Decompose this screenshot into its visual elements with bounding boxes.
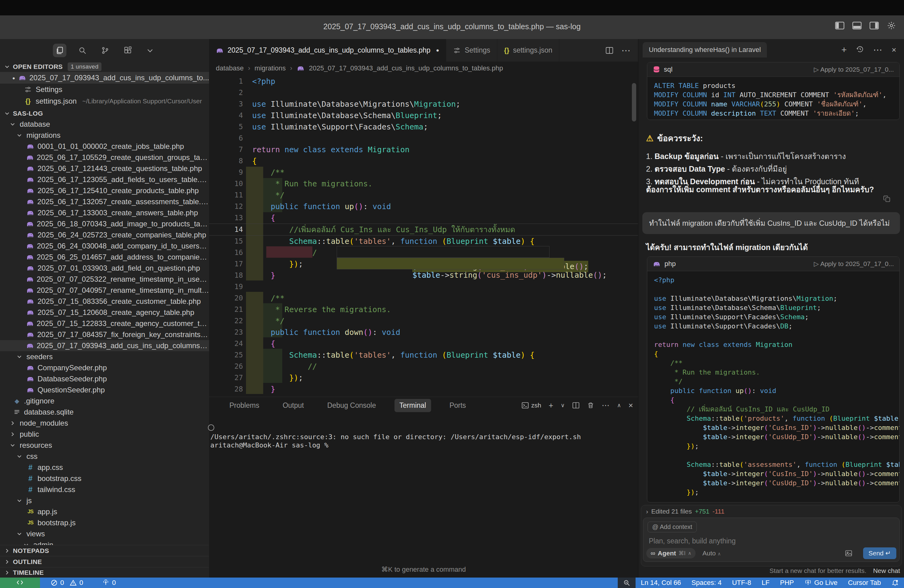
tree-item[interactable]: #app.css [0,462,209,473]
code-line[interactable]: 22 */ [209,315,638,327]
chat-tab[interactable]: Understanding whereHas() in Laravel [643,42,767,57]
tree-item[interactable]: QuestionSeeder.php [0,384,209,395]
toggle-panel-icon[interactable] [852,22,861,30]
tree-item[interactable]: 2025_06_17_105529_create_question_groups… [0,152,209,163]
tree-item[interactable]: seeders [0,351,209,362]
panel-tab-debug-console[interactable]: Debug Console [322,399,381,412]
tree-item[interactable]: public [0,429,209,440]
split-terminal-icon[interactable] [572,401,580,409]
tree-item[interactable]: 2025_06_17_125410_create_products_table.… [0,185,209,196]
code-line[interactable]: 15 Schema::table('tables', function (Blu… [209,236,638,247]
tree-item[interactable]: #bootstrap.css [0,473,209,484]
timeline-section[interactable]: TIMELINE [0,567,209,577]
code-editor[interactable]: database› migrations› 2025_07_17_093943_… [209,62,638,397]
maximize-panel-icon[interactable]: ∧ [617,402,621,409]
tree-item[interactable]: views [0,528,209,539]
project-root-header[interactable]: SAS-LOG [0,108,209,119]
new-terminal-icon[interactable]: + [548,401,553,410]
tab-settings[interactable]: Settings [446,39,497,62]
panel-tab-terminal[interactable]: Terminal [395,399,431,412]
tree-item[interactable]: DatabaseSeeder.php [0,373,209,384]
kill-terminal-trash-icon[interactable] [587,401,594,409]
notepads-section[interactable]: NOTEPADS [0,545,209,556]
notifications-bell-icon[interactable] [886,577,904,588]
code-line[interactable]: 28 } [209,384,638,395]
add-context-chip[interactable]: @ Add context [648,522,697,532]
terminal-dropdown-icon[interactable]: ∨ [561,402,564,409]
open-editor-item[interactable]: ●2025_07_17_093943_add_cus_ins_udp_colum… [0,72,209,84]
new-chat-link[interactable]: New chat [873,567,900,574]
indentation-status[interactable]: Spaces: 4 [686,577,727,588]
tree-item[interactable]: JSapp.js [0,506,209,517]
code-line[interactable]: 10 * Run the migrations. [209,178,638,190]
tree-item[interactable]: 2025_06_17_133003_create_answers_table.p… [0,207,209,218]
language-status[interactable]: PHP [775,577,799,588]
code-line[interactable]: 5use Illuminate\Support\Facades\Schema; [209,121,638,133]
zoom-status-icon[interactable] [618,577,635,588]
tree-item[interactable]: 2025_06_17_132057_create_assessments_tab… [0,196,209,207]
tree-item[interactable]: 2025_07_07_025322_rename_timestamp_in_us… [0,274,209,285]
tab-settings-json[interactable]: {} settings.json [497,39,559,62]
settings-gear-icon[interactable] [887,21,896,30]
tree-item[interactable]: 2025_07_15_083356_create_customer_table.… [0,296,209,307]
outline-section[interactable]: OUTLINE [0,556,209,567]
panel-tab-problems[interactable]: Problems [224,399,264,412]
code-line[interactable]: 1<?php [209,76,638,87]
agent-mode-selector[interactable]: ∞ Agent ⌘I ∧ [646,548,695,558]
tree-item[interactable]: 2025_06_18_070343_add_image_to_products_… [0,218,209,229]
apply-button[interactable]: ▷ Apply to 2025_07_17_0... [814,66,894,73]
send-button[interactable]: Send ↵ [863,547,897,559]
ports-status[interactable]: 0 [102,579,116,587]
tree-item[interactable]: 2025_06_17_121443_create_questions_table… [0,163,209,174]
search-icon[interactable] [76,44,89,57]
editor-more-actions-icon[interactable]: ⋯ [621,45,631,56]
tree-item[interactable]: JSbootstrap.js [0,517,209,528]
source-control-icon[interactable] [98,44,112,57]
code-line[interactable]: 8{ [209,155,638,167]
model-selector[interactable]: Auto ∧ [702,550,721,557]
code-line[interactable]: 9 /** [209,167,638,178]
cursor-tab-status[interactable]: Cursor Tab [843,577,886,588]
open-editors-header[interactable]: OPEN EDITORS 1 unsaved [0,62,209,72]
chat-close-icon[interactable]: × [892,46,896,54]
apply-button[interactable]: ▷ Apply to 2025_07_17_0... [814,260,894,267]
problems-status[interactable]: 0 0 [51,579,83,587]
tab-migration-file[interactable]: 2025_07_17_093943_add_cus_ins_udp_column… [209,39,446,62]
code-line[interactable]: 6 [209,133,638,144]
code-line[interactable]: 24 { [209,338,638,349]
tree-item[interactable]: CompanySeeder.php [0,362,209,373]
close-panel-icon[interactable]: × [629,401,633,410]
panel-tab-ports[interactable]: Ports [445,399,471,412]
ai-suggestion-line[interactable]: $table->string('cus_ins_udp')->nullable(… [337,258,564,269]
tree-item[interactable]: 2025_07_15_120608_create_agency_table.ph… [0,307,209,318]
toggle-primary-sidebar-icon[interactable] [835,22,844,30]
remote-indicator[interactable] [0,577,40,588]
code-line[interactable]: 23 public function down(): void [209,327,638,338]
tree-item[interactable]: 2025_07_15_122833_create_agency_customer… [0,318,209,329]
code-line[interactable]: 7return new class extends Migration [209,144,638,155]
tree-item[interactable]: database.sqlite [0,406,209,417]
open-editor-item[interactable]: Settings [0,84,209,95]
tree-item[interactable]: 2025_06_17_123055_add_fields_to_users_ta… [0,174,209,185]
eol-status[interactable]: LF [756,577,775,588]
tree-item[interactable]: #tailwind.css [0,484,209,495]
tree-item[interactable]: js [0,495,209,506]
toggle-secondary-sidebar-icon[interactable] [869,22,879,30]
cursor-position-status[interactable]: Ln 14, Col 66 [635,577,686,588]
code-line[interactable]: 3use Illuminate\Database\Migrations\Migr… [209,98,638,110]
new-chat-icon[interactable]: + [841,45,847,54]
tree-item[interactable]: 0001_01_01_000002_create_jobs_table.php [0,141,209,152]
code-line[interactable]: 12 public function up(): void [209,201,638,212]
code-line[interactable]: 25 Schema::table('tables', function (Blu… [209,349,638,361]
panel-tab-output[interactable]: Output [278,399,309,412]
code-line[interactable]: 27 }); [209,372,638,384]
edited-files-row[interactable]: › Edited 21 files +751 -111 [641,505,902,518]
open-editor-item[interactable]: {}settings.json~/Library/Application Sup… [0,95,209,107]
chat-more-icon[interactable]: ⋯ [873,45,882,54]
editor-scrollbar[interactable] [632,83,636,122]
terminal-output[interactable]: /Users/aritach/.zshrc:source:3: no such … [210,416,632,474]
chat-history-icon[interactable] [856,45,864,54]
tree-item[interactable]: 2025_07_17_084357_fix_foreign_key_constr… [0,329,209,340]
tree-item[interactable]: database [0,119,209,130]
code-line[interactable]: 13 { [209,212,638,224]
